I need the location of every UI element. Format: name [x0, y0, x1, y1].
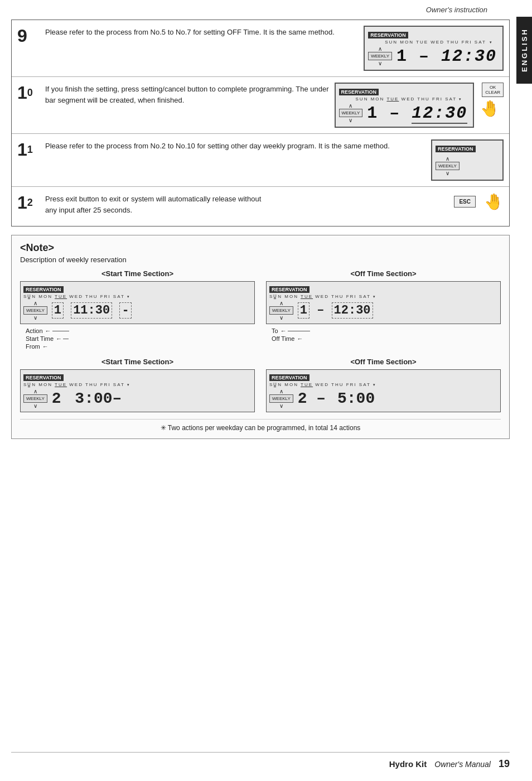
- reservation-label-10: RESERVATION: [339, 89, 379, 95]
- step-10-display: RESERVATION SUN MON TUE WED THU FRI SAT …: [335, 83, 504, 128]
- note-subtitle: Description of weekly reservation: [20, 255, 501, 264]
- step-10-text: If you finish the setting, press setting…: [42, 83, 335, 105]
- note-start-lcd-bottom: RESERVATION SU̲N MON TUE WED THU FRI SAT…: [20, 369, 255, 412]
- step-11-text: Please refer to the process from No.2 to…: [42, 139, 431, 152]
- res-label-off: RESERVATION: [269, 286, 309, 293]
- lcd-body-10: ∧ WEEKLY ∨ 1 – 12:30: [339, 103, 468, 123]
- step-9-display: RESERVATION SUN MON TUE WED THU FRI SAT …: [364, 26, 504, 71]
- note-top-sections: <Start Time Section> RESERVATION SU̲N MO…: [20, 269, 501, 351]
- note-start-lcd-top: RESERVATION SU̲N MON TUE WED THU FRI SAT…: [20, 281, 255, 324]
- reservation-label-9: RESERVATION: [368, 32, 408, 38]
- days-start: SU̲N MON TUE WED THU FRI SAT ▾: [23, 294, 250, 299]
- time-display-10: 1 – 12:30: [367, 104, 467, 123]
- step-11-number: 11: [17, 141, 42, 158]
- res-label-start2: RESERVATION: [23, 374, 64, 381]
- start-time-label-line: Start Time ←: [26, 335, 255, 342]
- step-12-row: 12 Press exit button to exit or system w…: [12, 187, 509, 226]
- note-footer-text: ✳ Two actions per weekday can be program…: [161, 424, 361, 432]
- note-off-lcd-top: RESERVATION SU̲N MON TUE WED THU FRI SAT…: [266, 281, 501, 324]
- weekly-btn-off2[interactable]: WEEKLY: [269, 394, 293, 403]
- action-label-line: Action ←: [26, 327, 255, 334]
- step-11-display: RESERVATION ∧ WEEKLY ∨: [431, 139, 504, 181]
- footer-brand: Hydro Kit: [389, 759, 427, 769]
- days-start2: SU̲N MON TUE WED THU FRI SAT ▾: [23, 382, 250, 387]
- step-9-number: 9: [17, 27, 42, 45]
- header-title: Owner's instruction: [426, 6, 487, 14]
- note-title: <Note>: [20, 242, 501, 254]
- step-12-esc: ESC 🤚: [277, 192, 504, 211]
- lcd-body-9: ∧ WEEKLY ∨ 1 – 12:30: [368, 46, 497, 66]
- start-section-title: <Start Time Section>: [20, 269, 255, 278]
- off-time-label-line: Off Time ←: [272, 335, 501, 342]
- step-12-number: 12: [17, 194, 42, 211]
- time-display-9: 1 – 12:30: [396, 47, 497, 66]
- language-tab: ENGLISH: [516, 17, 532, 84]
- days-off2: SU̲N MON TUE WED THU FRI SAT ▾: [269, 382, 496, 387]
- note-off-section-top: <Off Time Section> RESERVATION SU̲N MON …: [266, 269, 501, 351]
- reservation-label-11: RESERVATION: [436, 146, 476, 152]
- step-10-lcd: RESERVATION SUN MON TUE WED THU FRI SAT …: [335, 83, 475, 128]
- footer-manual: Owner's Manual: [434, 760, 491, 769]
- page-footer: Hydro Kit Owner's Manual 19: [11, 752, 510, 770]
- note-footer: ✳ Two actions per weekday can be program…: [20, 419, 501, 432]
- weekly-btn-9[interactable]: WEEKLY: [368, 52, 392, 60]
- days-row-9: SUN MON TUE WED THU FRI SAT ▾: [385, 40, 497, 45]
- hand-icon-12: 🤚: [484, 192, 504, 211]
- esc-button[interactable]: ESC: [454, 196, 476, 208]
- time-start-top: 1 11:30 -: [52, 302, 132, 319]
- from-label-line: From ←: [26, 343, 255, 350]
- instruction-box: 9 Please refer to the process from No.5 …: [11, 20, 510, 226]
- note-off-lcd-bottom: RESERVATION SU̲N MON TUE WED THU FRI SAT…: [266, 369, 501, 412]
- time-off-bottom: 2 – 5:00: [298, 390, 375, 407]
- note-bottom-sections: <Start Time Section> RESERVATION SU̲N MO…: [20, 358, 501, 412]
- weekly-btn-off[interactable]: WEEKLY: [269, 306, 293, 315]
- days-row-10: SUN MON TUE WED THU FRI SAT ▾: [356, 97, 468, 102]
- days-off: SU̲N MON TUE WED THU FRI SAT ▾: [269, 294, 496, 299]
- step-11-lcd: RESERVATION ∧ WEEKLY ∨: [431, 139, 504, 181]
- footer-page: 19: [499, 758, 510, 770]
- step-9-row: 9 Please refer to the process from No.5 …: [12, 20, 509, 77]
- note-box: <Note> Description of weekly reservation…: [11, 235, 510, 439]
- res-label-start: RESERVATION: [23, 286, 64, 293]
- note-off-section-bottom: <Off Time Section> RESERVATION SU̲N MON …: [266, 358, 501, 412]
- page-header: Owner's instruction: [0, 0, 532, 17]
- lcd-body-start: ∧ WEEKLY ∨ 1 11:30 -: [23, 300, 250, 321]
- lcd-body-11: ∧ WEEKLY ∨: [436, 156, 497, 176]
- off-section2-title: <Off Time Section>: [266, 358, 501, 366]
- lcd-body-off: ∧ WEEKLY ∨ 1 – 12:30: [269, 300, 496, 321]
- step-10-right: OK CLEAR 🤚: [477, 83, 504, 118]
- off-labels: To ← Off Time ←: [266, 327, 501, 342]
- step-10-row: 10 If you finish the setting, press sett…: [12, 77, 509, 134]
- step-10-number: 10: [17, 84, 42, 102]
- step-9-lcd: RESERVATION SUN MON TUE WED THU FRI SAT …: [364, 26, 504, 71]
- lcd-body-start2: ∧ WEEKLY ∨ 2 3:00–: [23, 388, 250, 409]
- ok-clear-button[interactable]: OK CLEAR: [482, 83, 504, 97]
- lcd-body-off2: ∧ WEEKLY ∨ 2 – 5:00: [269, 388, 496, 409]
- note-start-section-top: <Start Time Section> RESERVATION SU̲N MO…: [20, 269, 255, 351]
- weekly-btn-start2[interactable]: WEEKLY: [23, 394, 47, 403]
- step-9-text: Please refer to the process from No.5 to…: [42, 26, 364, 38]
- step-12-text: Press exit button to exit or system will…: [42, 192, 277, 215]
- start-section2-title: <Start Time Section>: [20, 358, 255, 366]
- res-label-off2: RESERVATION: [269, 374, 309, 381]
- weekly-btn-10[interactable]: WEEKLY: [339, 109, 363, 117]
- weekly-btn-11[interactable]: WEEKLY: [436, 162, 460, 170]
- note-start-section-bottom: <Start Time Section> RESERVATION SU̲N MO…: [20, 358, 255, 412]
- time-start-bottom: 2 3:00–: [52, 390, 122, 407]
- to-label-line: To ←: [272, 327, 501, 334]
- start-labels: Action ← Start Time ← From ←: [20, 327, 255, 350]
- step-11-row: 11 Please refer to the process from No.2…: [12, 134, 509, 187]
- time-off-top: 1 – 12:30: [298, 302, 373, 319]
- weekly-btn-start[interactable]: WEEKLY: [23, 306, 47, 315]
- hand-icon-10: 🤚: [480, 99, 500, 118]
- off-section-title: <Off Time Section>: [266, 269, 501, 278]
